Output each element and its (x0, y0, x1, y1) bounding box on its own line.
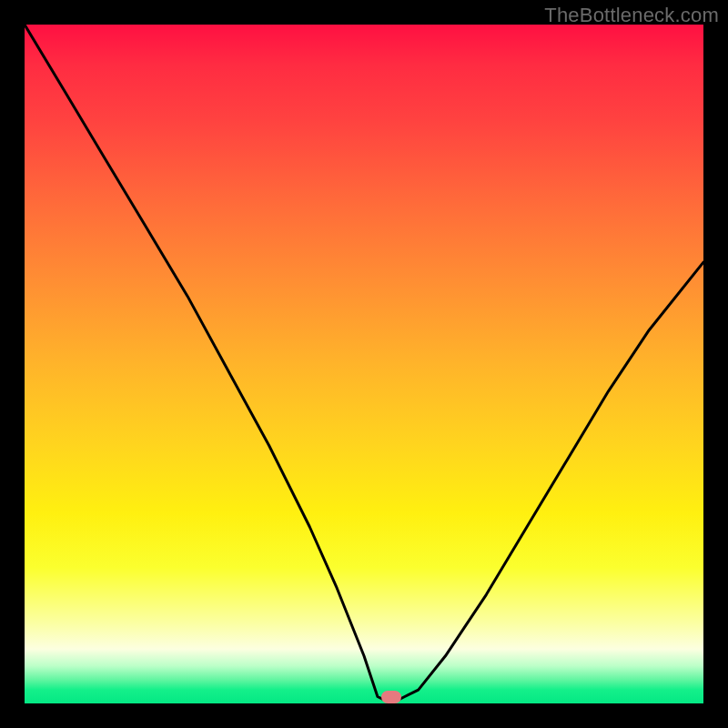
watermark-text: TheBottleneck.com (544, 4, 719, 27)
bottleneck-curve (25, 25, 703, 703)
optimum-marker (381, 691, 401, 703)
chart-frame: TheBottleneck.com (0, 0, 728, 728)
plot-area (25, 25, 703, 703)
